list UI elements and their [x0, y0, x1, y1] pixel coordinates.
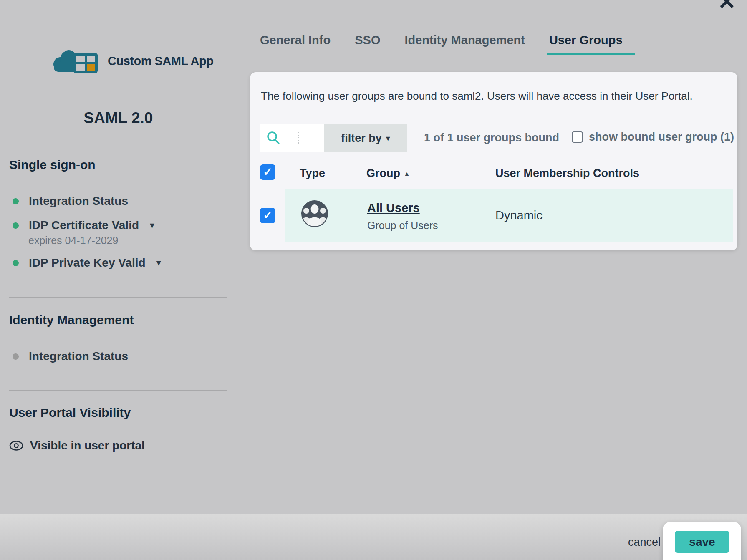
close-icon[interactable]: ✕ — [718, 0, 736, 13]
idp-private-key-valid[interactable]: IDP Private Key Valid ▾ — [13, 256, 161, 270]
column-header-membership: User Membership Controls — [495, 167, 639, 180]
check-icon: ✓ — [263, 210, 273, 221]
table-row: ✓ All Users Group of Users Dynamic — [250, 189, 737, 242]
status-ok-dot — [13, 222, 19, 229]
show-bound-checkbox[interactable] — [572, 131, 583, 143]
status-neutral-dot — [13, 353, 19, 360]
caret-down-icon: ▾ — [386, 133, 390, 143]
tab-user-groups[interactable]: User Groups — [549, 34, 623, 55]
divider — [9, 142, 227, 142]
membership-control-value: Dynamic — [495, 209, 543, 222]
text-caret — [298, 132, 299, 144]
filter-by-dropdown[interactable]: filter by ▾ — [324, 124, 407, 152]
cancel-button[interactable]: cancel — [628, 536, 661, 549]
caret-down-icon: ▾ — [150, 220, 154, 231]
idm-integration-status: Integration Status — [13, 350, 128, 363]
divider — [9, 297, 227, 298]
select-all-checkbox[interactable]: ✓ — [260, 164, 275, 180]
show-bound-toggle[interactable]: show bound user group (1) — [572, 131, 734, 144]
tab-identity-management[interactable]: Identity Management — [404, 34, 525, 55]
search-box[interactable] — [260, 124, 324, 152]
column-header-group[interactable]: Group▲ — [366, 167, 410, 180]
idm-section-heading: Identity Management — [9, 313, 134, 327]
tab-sso[interactable]: SSO — [355, 34, 380, 55]
custom-saml-app-icon — [48, 46, 104, 76]
save-button[interactable]: save — [675, 531, 729, 553]
eye-icon — [9, 440, 23, 451]
group-avatar-icon — [301, 200, 328, 227]
certificate-expiry: expires 04-17-2029 — [28, 235, 118, 247]
idp-certificate-valid[interactable]: IDP Certificate Valid ▾ — [13, 219, 154, 232]
user-groups-panel: The following user groups are bound to s… — [250, 72, 737, 250]
sso-section-heading: Single sign-on — [9, 158, 96, 172]
tab-bar: General Info SSO Identity Management Use… — [260, 34, 623, 55]
table-header-row: ✓ Type Group▲ User Membership Controls — [250, 164, 737, 181]
saml-app-config-modal: ✕ General Info SSO Identity Management U… — [0, 0, 747, 560]
app-logo-label: Custom SAML App — [108, 54, 214, 68]
sso-integration-status: Integration Status — [13, 194, 128, 208]
check-icon: ✓ — [263, 166, 273, 178]
bound-count: 1 of 1 user groups bound — [424, 131, 559, 144]
search-input[interactable] — [286, 132, 320, 144]
group-type: Group of Users — [367, 219, 438, 232]
sort-asc-icon: ▲ — [404, 170, 410, 177]
panel-description: The following user groups are bound to s… — [261, 90, 693, 103]
search-filter-group: filter by ▾ — [260, 124, 407, 152]
divider — [9, 390, 227, 391]
row-checkbox[interactable]: ✓ — [260, 208, 275, 223]
portal-section-heading: User Portal Visibility — [9, 406, 131, 420]
status-ok-dot — [13, 260, 19, 266]
caret-down-icon: ▾ — [156, 257, 161, 268]
protocol-title: SAML 2.0 — [8, 109, 228, 127]
portal-visibility-row: Visible in user portal — [9, 439, 145, 452]
status-ok-dot — [13, 198, 19, 204]
search-icon — [266, 131, 280, 145]
group-name-link[interactable]: All Users — [367, 201, 420, 215]
column-header-type: Type — [300, 167, 325, 180]
tab-general-info[interactable]: General Info — [260, 34, 331, 55]
save-button-container: save — [663, 522, 741, 560]
sidebar: Custom SAML App SAML 2.0 Single sign-on … — [8, 0, 228, 501]
app-logo: Custom SAML App — [48, 46, 214, 76]
footer-bar: cancel save — [0, 514, 747, 560]
